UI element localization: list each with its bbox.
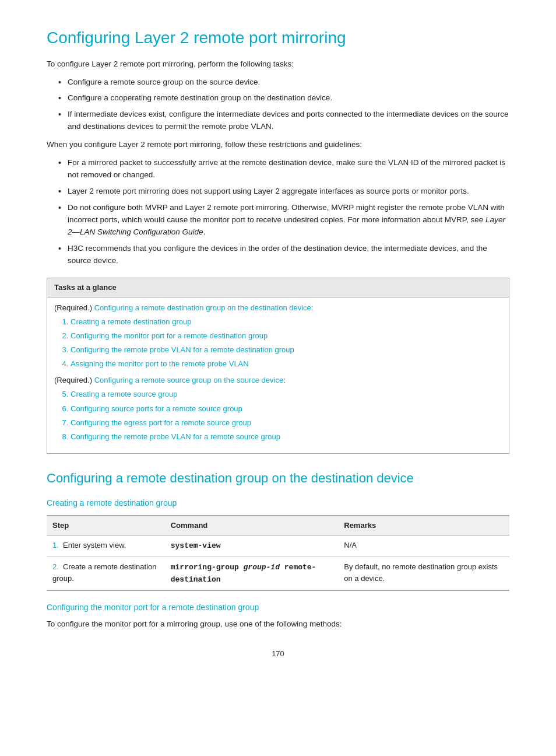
step-num-2: 2. [52, 562, 59, 571]
src-task-list: Creating a remote source group Configuri… [71, 388, 502, 443]
step-2-text: Create a remote destination group. [52, 562, 157, 583]
col-step: Step [47, 516, 165, 536]
dest-task-1[interactable]: Creating a remote destination group [71, 316, 502, 328]
tasks-src-group-link[interactable]: Configuring a remote source group on the… [94, 376, 283, 384]
col-remarks: Remarks [338, 516, 509, 536]
intro-bullet1-2: Configure a cooperating remote destinati… [58, 92, 509, 104]
dest-task-2[interactable]: Configuring the monitor port for a remot… [71, 330, 502, 342]
tasks-required1-prefix: (Required.) [54, 303, 94, 312]
col-command: Command [165, 516, 339, 536]
step-2-cell: 2. Create a remote destination group. [47, 556, 165, 590]
intro-bullet2-4: H3C recommends that you configure the de… [58, 243, 509, 267]
dest-task-list: Creating a remote destination group Conf… [71, 316, 502, 370]
intro-bullet1-1: Configure a remote source group on the s… [58, 76, 509, 89]
step-2-remarks: By default, no remote destination group … [338, 556, 509, 590]
step-2-command: mirroring-group group-id remote-destinat… [165, 556, 339, 590]
tasks-required2-prefix: (Required.) [54, 376, 94, 384]
tasks-box-header: Tasks at a glance [47, 278, 509, 298]
step-2-cmd-text: mirroring-group group-id remote-destinat… [171, 563, 316, 584]
intro-p2: When you configure Layer 2 remote port m… [47, 139, 509, 151]
table-row: 1. Enter system view. system-view N/A [47, 536, 509, 556]
tasks-required1-suffix: : [311, 303, 314, 312]
tasks-required2-suffix: : [283, 376, 286, 384]
src-task-8[interactable]: Configuring the remote probe VLAN for a … [71, 431, 502, 443]
intro-bullet2-1: For a mirrored packet to successfully ar… [58, 157, 509, 181]
page-number: 170 [47, 648, 509, 660]
dest-task-3[interactable]: Configuring the remote probe VLAN for a … [71, 344, 502, 356]
intro-bullets1: Configure a remote source group on the s… [58, 76, 509, 134]
tasks-required1: (Required.) Configuring a remote destina… [54, 302, 502, 314]
src-task-6[interactable]: Configuring source ports for a remote so… [71, 403, 502, 415]
dest-task-4[interactable]: Assigning the monitor port to the remote… [71, 358, 502, 370]
page-title: Configuring Layer 2 remote port mirrorin… [47, 28, 509, 48]
src-task-5[interactable]: Creating a remote source group [71, 388, 502, 400]
monitor-port-p1: To configure the monitor port for a mirr… [47, 618, 509, 631]
step-1-text: Enter system view. [63, 541, 126, 550]
intro-bullet2-2: Layer 2 remote port mirroring does not s… [58, 186, 509, 198]
creating-dest-table: Step Command Remarks 1. Enter system vie… [47, 515, 509, 591]
subsection-creating-dest-title: Creating a remote destination group [47, 497, 509, 510]
step-1-cell: 1. Enter system view. [47, 536, 165, 556]
step-1-remarks: N/A [338, 536, 509, 556]
step-num-1: 1. [52, 541, 59, 550]
subsection-monitor-port-title: Configuring the monitor port for a remot… [47, 601, 509, 614]
src-task-7[interactable]: Configuring the egress port for a remote… [71, 417, 502, 429]
table-row: 2. Create a remote destination group. mi… [47, 556, 509, 590]
tasks-box: Tasks at a glance (Required.) Configurin… [47, 278, 509, 454]
tasks-box-body: (Required.) Configuring a remote destina… [47, 298, 509, 453]
intro-bullets2: For a mirrored packet to successfully ar… [58, 157, 509, 267]
tasks-required2: (Required.) Configuring a remote source … [54, 374, 502, 386]
section2-title: Configuring a remote destination group o… [47, 470, 509, 487]
intro-p1: To configure Layer 2 remote port mirrori… [47, 58, 509, 71]
step-1-cmd-text: system-view [171, 541, 221, 550]
intro-bullet2-3: Do not configure both MVRP and Layer 2 r… [58, 202, 509, 239]
step-1-command: system-view [165, 536, 339, 556]
tasks-dest-group-link[interactable]: Configuring a remote destination group o… [94, 303, 311, 312]
intro-bullet1-3: If intermediate devices exist, configure… [58, 108, 509, 133]
